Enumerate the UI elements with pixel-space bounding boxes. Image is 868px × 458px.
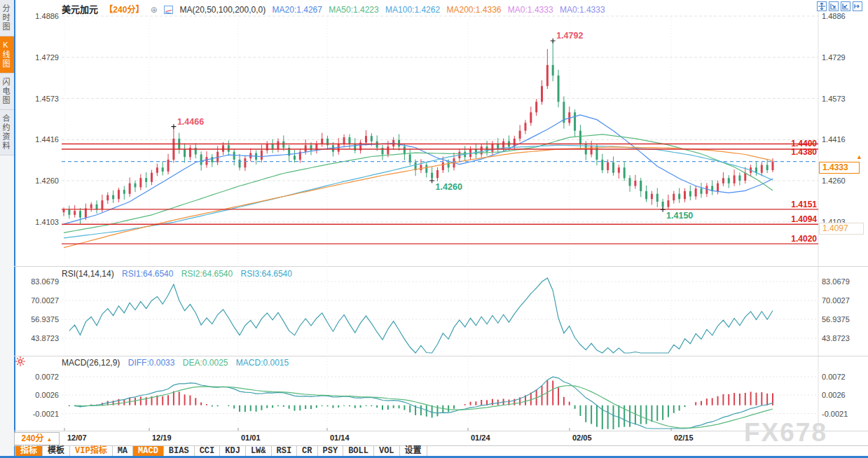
- toolbar-button-ma[interactable]: MA: [113, 446, 133, 457]
- rsi1-value: RSI1:64.6540: [122, 269, 173, 279]
- current-price-badge: 1.4333: [819, 162, 860, 174]
- rsi2-value: RSI2:64.6540: [181, 269, 233, 279]
- axis-tick-label: 1.4886: [822, 12, 846, 20]
- toolbar-button-cr[interactable]: CR: [297, 446, 317, 457]
- toolbar-button-templates[interactable]: 模板: [43, 446, 70, 457]
- ma0-value-2: MA0:1.4333: [560, 5, 605, 15]
- sidebar-tab-lightning-chart[interactable]: 闪电图: [0, 74, 14, 110]
- sidebar-divider: [14, 0, 15, 456]
- toolbar-button-cci[interactable]: CCI: [195, 446, 221, 457]
- axis-tick-label: 1.4729: [35, 53, 59, 62]
- axis-tick-label: 1.4729: [822, 53, 846, 62]
- ma50-value: MA50:1.4223: [329, 5, 378, 15]
- left-sidebar: 分时图 K线图 闪电图 合约资料: [0, 0, 14, 458]
- x-axis-date: 12/19: [152, 433, 172, 442]
- toolbar-button-rsi[interactable]: RSI: [272, 446, 298, 457]
- sidebar-tab-contract-info[interactable]: 合约资料: [0, 110, 14, 155]
- ma100-value: MA100:1.4262: [385, 5, 440, 15]
- move-crosshair-icon[interactable]: [817, 1, 827, 11]
- axis-tick-label: 43.8723: [822, 334, 850, 342]
- axis-tick-label: 43.8723: [31, 334, 59, 342]
- rsi3-value: RSI3:64.6540: [241, 269, 292, 279]
- dea-value: DEA:0.0025: [183, 358, 228, 368]
- axis-tick-label: 70.0027: [822, 296, 850, 305]
- compress-y-icon[interactable]: [841, 1, 850, 11]
- ma-line-ma20: [64, 115, 773, 224]
- rsi-title: RSI(14,14,14): [62, 269, 114, 279]
- fx678-watermark: FX678: [744, 418, 827, 447]
- axis-tick-label: 83.0679: [822, 277, 850, 286]
- sidebar-tab-kline-chart[interactable]: K线图: [0, 36, 14, 74]
- price-annotation: 1.4466: [177, 117, 204, 127]
- ma0-value-1: MA0:1.4333: [508, 5, 553, 15]
- toolbar-button-kdj[interactable]: KDJ: [220, 446, 246, 457]
- axis-tick-label: 1.4416: [35, 135, 59, 144]
- axis-tick-label: 1.4260: [35, 176, 59, 185]
- toolbar-button-settings[interactable]: 设置: [400, 446, 427, 457]
- rsi-panel-header: RSI(14,14,14) RSI1:64.6540 RSI2:64.6540 …: [62, 269, 298, 279]
- toolbar-button-vip-indicators[interactable]: VIP指标: [70, 446, 113, 457]
- symbol-title: 美元加元: [62, 4, 98, 15]
- compress-x-icon[interactable]: [829, 1, 839, 11]
- ma20-value: MA20:1.4267: [273, 5, 322, 15]
- panel-separator: [14, 431, 868, 431]
- price-up-arrow-icon: [856, 153, 862, 160]
- interval-label: 【240分】: [104, 5, 144, 15]
- ma200-value: MA200:1.4336: [446, 5, 501, 15]
- panel-separator: [14, 356, 868, 356]
- sidebar-tab-time-chart[interactable]: 分时图: [0, 0, 14, 36]
- axis-tick-label: 0.0072: [822, 373, 846, 381]
- level-label: 1.4151: [791, 200, 817, 209]
- axis-tick-label: 1.4260: [822, 176, 846, 185]
- ma-line-ma200: [64, 147, 773, 248]
- price-annotation: 1.4150: [666, 211, 693, 221]
- level-label: 1.4380: [791, 147, 817, 157]
- x-axis-date: 02/15: [674, 433, 694, 442]
- axis-tick-label: 1.4573: [35, 95, 59, 103]
- macd-value: MACD:0.0015: [236, 358, 289, 368]
- chart-tool-icons: [817, 1, 862, 11]
- axis-tick-label: 83.0679: [31, 277, 59, 286]
- alert-starburst-icon[interactable]: [15, 356, 25, 368]
- x-axis-date: 01/14: [330, 433, 350, 442]
- interval-selector[interactable]: 240分: [14, 432, 60, 445]
- axis-tick-label: 1.4886: [35, 12, 59, 20]
- ma-indicator-icon[interactable]: [164, 6, 173, 14]
- axis-tick-label: 70.0027: [31, 296, 59, 305]
- price-annotation: 1.4792: [556, 31, 583, 41]
- axis-tick-label: 1.4573: [822, 95, 846, 103]
- toolbar-button-bias[interactable]: BIAS: [164, 446, 195, 457]
- axis-tick-label: -0.0021: [33, 410, 59, 418]
- toolbar-button-macd[interactable]: MACD: [133, 446, 164, 457]
- panel-separator: [14, 266, 868, 267]
- axis-tick-label: 0.0026: [822, 391, 846, 399]
- axis-tick-label: 56.9375: [31, 315, 59, 324]
- axis-tick-label: 1.4103: [35, 218, 59, 226]
- level-label: 1.4094: [791, 214, 817, 224]
- price-annotation: 1.4260: [436, 182, 462, 192]
- axis-tick-label: -0.0021: [822, 410, 848, 418]
- axis-tick-label: 0.0026: [35, 391, 59, 399]
- x-axis-date: 01/01: [241, 433, 261, 442]
- axis-tick-label: 1.4416: [822, 135, 846, 144]
- toolbar-button-psy[interactable]: PSY: [318, 446, 344, 457]
- export-icon[interactable]: [853, 1, 862, 11]
- toolbar-button-lwr[interactable]: LW&: [246, 446, 272, 457]
- level-label: 1.4020: [791, 234, 817, 244]
- axis-tick-label: 56.9375: [822, 315, 850, 324]
- circle-plus-icon[interactable]: [151, 5, 158, 15]
- secondary-price-badge: 1.4097: [819, 223, 864, 235]
- x-axis-date: 01/24: [471, 433, 490, 442]
- axis-tick-label: 0.0072: [35, 373, 59, 381]
- toolbar-button-boll[interactable]: BOLL: [343, 446, 374, 457]
- macd-panel-header: MACD(26,12,9) DIFF:0.0033 DEA:0.0025 MAC…: [62, 358, 294, 368]
- macd-title: MACD(26,12,9): [62, 358, 120, 368]
- x-axis-date: 02/05: [572, 433, 592, 442]
- diff-value: DIFF:0.0033: [128, 358, 175, 368]
- x-axis-date: 12/07: [67, 433, 87, 442]
- toolbar-button-vol[interactable]: VOL: [374, 446, 400, 457]
- ma-settings-label: MA(20,50,100,200,0,0): [179, 5, 266, 15]
- chart-header: 美元加元 【240分】 MA(20,50,100,200,0,0) MA20:1…: [62, 2, 609, 13]
- toolbar-button-indicators[interactable]: 指标: [15, 446, 43, 457]
- candlestick-chart-canvas[interactable]: 1.44001.43801.41511.40941.40201.44661.47…: [0, 0, 868, 458]
